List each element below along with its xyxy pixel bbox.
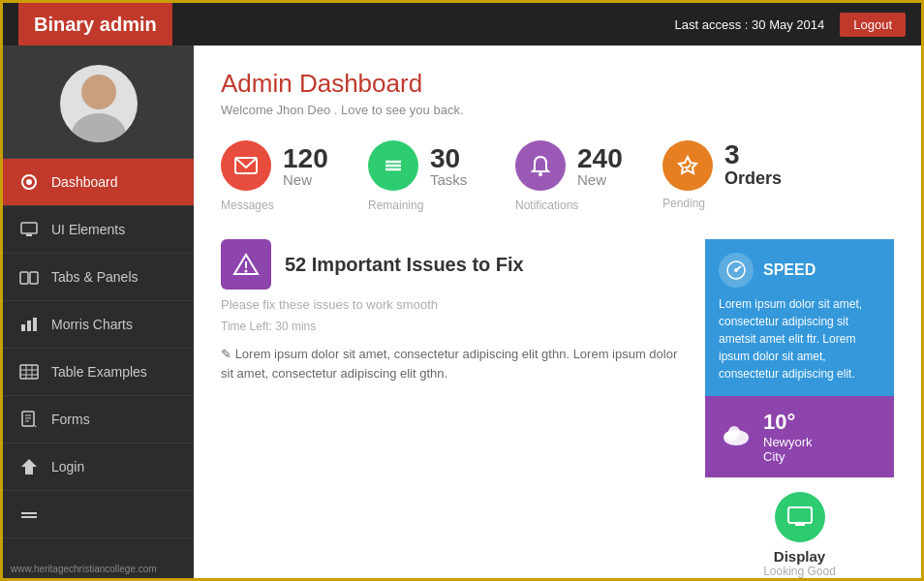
sidebar-label-ui: UI Elements — [51, 222, 125, 237]
stat-messages: 120 New Messages — [221, 140, 337, 212]
issues-edit-icon: ✎ — [221, 347, 235, 361]
issues-warning-icon — [221, 239, 271, 290]
notif-icon-circle — [515, 140, 566, 191]
tasks-desc: Remaining — [368, 199, 423, 212]
more-icon — [18, 504, 40, 525]
tabs-icon — [18, 266, 40, 288]
tasks-number: 30 — [430, 145, 467, 172]
orders-number: 3 — [724, 141, 782, 168]
avatar — [60, 65, 138, 142]
sidebar-label-forms: Forms — [51, 412, 90, 427]
topbar-right: Last access : 30 May 2014 Logout — [675, 13, 906, 37]
main-layout: Dashboard UI Elements Tabs & Panels Morr… — [3, 46, 921, 578]
stat-messages-top: 120 New — [221, 140, 328, 191]
sidebar-item-morris[interactable]: Morris Charts — [3, 301, 194, 349]
sidebar-item-tabs[interactable]: Tabs & Panels — [3, 254, 194, 301]
app-title: Binary admin — [18, 3, 172, 46]
svg-rect-7 — [30, 272, 38, 284]
speed-header: SPEED — [719, 253, 880, 288]
sidebar-label-morris: Morris Charts — [51, 317, 133, 332]
bottom-section: 52 Important Issues to Fix Please fix th… — [221, 239, 894, 578]
weather-city2: City — [763, 449, 813, 464]
svg-rect-8 — [21, 324, 25, 331]
notif-number: 240 — [577, 145, 623, 172]
stat-orders: 3 Orders Pending — [662, 140, 782, 210]
svg-rect-6 — [20, 272, 28, 284]
svg-rect-4 — [21, 223, 37, 233]
stat-tasks-top: 30 Tasks — [368, 140, 467, 191]
stat-notif-top: 240 New — [515, 140, 623, 191]
weather-city1: Newyork — [763, 435, 813, 449]
weather-card: 10° Newyork City — [705, 396, 894, 477]
sidebar-label-table: Table Examples — [51, 364, 147, 380]
speed-gauge-icon — [719, 253, 754, 288]
svg-point-29 — [539, 172, 542, 176]
display-label: Display — [774, 548, 825, 565]
forms-icon — [18, 409, 40, 430]
sidebar-nav: Dashboard UI Elements Tabs & Panels Morr… — [3, 159, 194, 560]
issues-text-content: Lorem ipsum dolor sit amet, consectetur … — [221, 347, 677, 381]
issues-title: 52 Important Issues to Fix — [285, 254, 524, 276]
page-title: Admin Dashboard — [221, 69, 894, 99]
svg-rect-39 — [788, 507, 812, 523]
speed-title: SPEED — [763, 259, 816, 282]
orders-count-block: 3 Orders — [724, 141, 782, 190]
chart-icon — [18, 314, 40, 335]
tasks-count-block: 30 Tasks — [430, 145, 467, 187]
svg-marker-21 — [21, 459, 37, 474]
display-monitor-icon — [775, 492, 825, 542]
cloud-icon — [719, 416, 754, 458]
sidebar-item-table[interactable]: Table Examples — [3, 349, 194, 396]
page-subtitle: Welcome Jhon Deo . Love to see you back. — [221, 103, 894, 117]
notif-label: New — [577, 172, 623, 187]
logout-button[interactable]: Logout — [840, 13, 906, 37]
sidebar-label-dashboard: Dashboard — [51, 174, 118, 190]
sidebar-url: www.heritagechristiancollege.com — [3, 560, 194, 578]
stat-orders-top: 3 Orders — [662, 140, 782, 191]
stat-tasks: 30 Tasks Remaining — [368, 140, 484, 212]
notif-desc: Notifications — [515, 199, 578, 212]
issues-card: 52 Important Issues to Fix Please fix th… — [221, 239, 690, 578]
sidebar-item-dashboard[interactable]: Dashboard — [3, 159, 194, 206]
messages-number: 120 — [283, 145, 328, 172]
issues-body: ✎ Lorem ipsum dolor sit amet, consectetu… — [221, 345, 690, 382]
table-icon — [18, 361, 40, 382]
issues-header: 52 Important Issues to Fix — [221, 239, 690, 290]
weather-info: 10° Newyork City — [763, 410, 813, 464]
svg-rect-23 — [21, 516, 37, 518]
main-content: Admin Dashboard Welcome Jhon Deo . Love … — [194, 46, 921, 578]
sidebar-item-forms[interactable]: Forms — [3, 396, 194, 443]
weather-temp: 10° — [763, 410, 813, 435]
svg-point-35 — [734, 268, 738, 272]
sidebar-label-login: Login — [51, 459, 84, 474]
orders-desc: Pending — [662, 197, 705, 210]
speed-text: Lorem ipsum dolor sit amet, consectetur … — [719, 297, 862, 381]
svg-point-3 — [26, 179, 32, 185]
messages-icon-circle — [221, 140, 271, 191]
orders-icon-circle — [662, 140, 713, 191]
sidebar-item-login[interactable]: Login — [3, 443, 194, 491]
orders-label: Orders — [724, 168, 782, 190]
messages-label: New — [283, 172, 328, 187]
sidebar-item-more[interactable] — [3, 491, 194, 538]
speed-card: SPEED Lorem ipsum dolor sit amet, consec… — [705, 239, 894, 396]
svg-rect-11 — [20, 365, 38, 379]
issues-subtitle: Please fix these issues to work smooth — [221, 297, 690, 312]
topbar: Binary admin Last access : 30 May 2014 L… — [3, 3, 921, 46]
stat-notifications: 240 New Notifications — [515, 140, 631, 212]
sidebar-item-ui-elements[interactable]: UI Elements — [3, 206, 194, 254]
svg-rect-22 — [21, 512, 37, 514]
issues-time: Time Left: 30 mins — [221, 320, 690, 333]
login-icon — [18, 456, 40, 477]
dashboard-icon — [18, 171, 40, 193]
svg-point-1 — [72, 113, 126, 142]
monitor-icon — [18, 219, 40, 240]
notif-count-block: 240 New — [577, 145, 623, 187]
sidebar-avatar — [3, 46, 194, 159]
tasks-icon-circle — [368, 140, 418, 191]
svg-point-0 — [81, 75, 116, 109]
svg-rect-5 — [26, 234, 32, 236]
messages-count-block: 120 New — [283, 145, 328, 187]
sidebar-label-tabs: Tabs & Panels — [51, 269, 139, 285]
last-access: Last access : 30 May 2014 — [675, 17, 825, 32]
